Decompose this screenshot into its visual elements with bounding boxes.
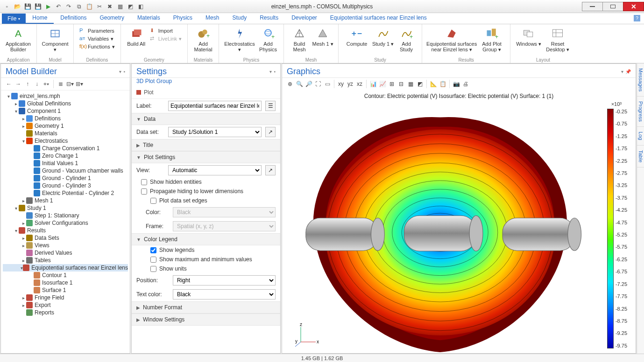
- view-select[interactable]: Automatic: [168, 165, 262, 175]
- functions-button[interactable]: f(x)Functions ▾: [79, 43, 115, 50]
- reset-desktop-button[interactable]: Reset Desktop ▾: [543, 26, 572, 56]
- select-icon[interactable]: ▦: [406, 80, 415, 88]
- tree-item[interactable]: Derived Values: [3, 249, 128, 257]
- add-study-button[interactable]: + Add Study: [395, 26, 418, 56]
- tree-item[interactable]: Initial Values 1: [3, 160, 128, 167]
- section-plot-settings[interactable]: ▼Plot Settings: [132, 151, 280, 163]
- side-tab-log[interactable]: Log: [637, 127, 644, 145]
- tree-item[interactable]: ▸Data Sets: [3, 234, 128, 242]
- camera-icon[interactable]: 📷: [452, 80, 460, 88]
- undo-icon[interactable]: ↶: [54, 2, 63, 11]
- zoom-extents-icon[interactable]: ⛶: [314, 80, 322, 88]
- layout2-icon[interactable]: ⊟: [397, 80, 405, 88]
- import-button[interactable]: ⬇Import: [150, 28, 182, 34]
- graphics-canvas[interactable]: Contour: Electric potential (V) Isosurfa…: [282, 90, 636, 353]
- tree-item[interactable]: Surface 1: [3, 286, 128, 294]
- mesh1-button[interactable]: Mesh 1 ▾: [311, 26, 334, 56]
- plot-group-equipot-button[interactable]: Equipotential surfaces near Einzel lens …: [426, 26, 477, 56]
- grid-icon[interactable]: ▦: [116, 2, 124, 11]
- run-icon[interactable]: ▶: [44, 2, 52, 11]
- cut-icon[interactable]: ✂: [95, 2, 104, 11]
- windows-button[interactable]: Windows ▾: [514, 26, 543, 56]
- section-title[interactable]: ▶Title: [132, 139, 280, 151]
- tree-item[interactable]: Reports: [3, 309, 128, 316]
- tree-item[interactable]: ▸Solver Configurations: [3, 219, 128, 227]
- measure-icon[interactable]: 📐: [429, 80, 438, 88]
- tree-item[interactable]: ▾Electrostatics: [3, 137, 128, 145]
- minimize-settings-icon[interactable]: ▾: [269, 69, 272, 74]
- ribbon-tab-equipotential-surfaces-near-einzel-lens[interactable]: Equipotential surfaces near Einzel lens: [324, 13, 433, 24]
- close-button[interactable]: ✕: [623, 2, 644, 11]
- tree-item[interactable]: ▸Export: [3, 301, 128, 309]
- new-icon[interactable]: ▫: [3, 2, 11, 11]
- tree-item[interactable]: Charge Conservation 1: [3, 145, 128, 152]
- tree-item[interactable]: Ground - Vacuum chamber walls: [3, 167, 128, 174]
- tree-item[interactable]: ▸Mesh 1: [3, 197, 128, 204]
- parameters-button[interactable]: PParameters: [79, 28, 115, 34]
- view-xy-icon[interactable]: xy: [337, 80, 345, 88]
- tree-item[interactable]: ▸Geometry 1: [3, 122, 128, 130]
- show-hidden-checkbox[interactable]: [141, 179, 147, 185]
- up-icon[interactable]: ↑: [23, 80, 32, 88]
- tool1-icon[interactable]: ◩: [126, 2, 134, 11]
- side-tab-messages[interactable]: Messages: [637, 63, 644, 97]
- ribbon-tab-physics[interactable]: Physics: [167, 13, 199, 24]
- legend-position-select[interactable]: Right: [173, 275, 276, 285]
- saveas-icon[interactable]: 💾: [34, 2, 42, 11]
- build-all-button[interactable]: Build All: [125, 26, 148, 56]
- plot-view1-icon[interactable]: 📊: [369, 80, 377, 88]
- show-legends-checkbox[interactable]: [150, 247, 156, 253]
- expand-icon[interactable]: ⊟▾: [66, 80, 74, 88]
- save-icon[interactable]: 💾: [23, 2, 32, 11]
- section-color-legend[interactable]: ▼Color Legend: [132, 233, 280, 245]
- show-icon[interactable]: ⊞▾: [75, 80, 84, 88]
- electrostatics-button[interactable]: Electrostatics ▾: [223, 26, 256, 56]
- section-number-format[interactable]: ▶Number Format: [132, 301, 280, 313]
- print-icon[interactable]: 🖨: [461, 80, 470, 88]
- delete-icon[interactable]: ✖: [106, 2, 114, 11]
- side-tab-progress[interactable]: Progress: [637, 97, 644, 127]
- tree-item[interactable]: Zero Charge 1: [3, 152, 128, 160]
- layout1-icon[interactable]: ⊞: [388, 80, 396, 88]
- ribbon-tab-results[interactable]: Results: [253, 13, 285, 24]
- side-tab-table[interactable]: Table: [637, 146, 644, 167]
- minimize-graphics-icon[interactable]: ▾: [621, 69, 623, 74]
- options-icon[interactable]: ▪: [123, 69, 125, 74]
- redo-icon[interactable]: ↷: [64, 2, 73, 11]
- minimize-panel-icon[interactable]: ▾: [119, 69, 121, 74]
- variables-button[interactable]: a=Variables ▾: [79, 35, 115, 42]
- file-menu[interactable]: File: [2, 14, 26, 24]
- ribbon-tab-materials[interactable]: Materials: [131, 13, 167, 24]
- pin-graphics-icon[interactable]: 📌: [625, 69, 631, 74]
- options-settings-icon[interactable]: ▪: [274, 69, 276, 74]
- zoom-out-icon[interactable]: 🔎: [304, 80, 313, 88]
- add-physics-button[interactable]: + Add Physics: [256, 26, 280, 56]
- ribbon-tab-geometry[interactable]: Geometry: [93, 13, 131, 24]
- copy-icon[interactable]: ⧉: [75, 2, 83, 11]
- section-data[interactable]: ▼Data: [132, 113, 280, 125]
- legend-textcolor-select[interactable]: Black: [173, 289, 276, 299]
- zoom-icon[interactable]: ⊕: [286, 80, 294, 88]
- forward-icon[interactable]: →: [14, 80, 22, 88]
- minimize-button[interactable]: [582, 2, 603, 11]
- ribbon-tab-developer[interactable]: Developer: [285, 13, 324, 24]
- component-button[interactable]: Component ▾: [41, 26, 70, 56]
- study1-button[interactable]: Study 1 ▾: [371, 26, 395, 56]
- open-icon[interactable]: 📂: [13, 2, 21, 11]
- plot-button[interactable]: Plot: [135, 88, 154, 97]
- show-units-checkbox[interactable]: [150, 266, 156, 272]
- add-plot-group-button[interactable]: + Add Plot Group ▾: [477, 26, 506, 56]
- ribbon-tab-home[interactable]: Home: [26, 13, 54, 24]
- tree-item[interactable]: Ground - Cylinder 1: [3, 174, 128, 182]
- dataset-goto-button[interactable]: ↗: [265, 127, 276, 137]
- build-mesh-button[interactable]: Build Mesh: [288, 26, 311, 56]
- tree-item[interactable]: ▾Equipotential surfaces near Einzel lens: [3, 264, 128, 272]
- tree-item[interactable]: ▸Global Definitions: [3, 100, 128, 107]
- tree-item[interactable]: ▾einzel_lens.mph: [3, 92, 128, 100]
- tree-item[interactable]: ▾Component 1: [3, 107, 128, 115]
- show-minmax-checkbox[interactable]: [150, 257, 156, 263]
- tree-item[interactable]: Ground - Cylinder 3: [3, 182, 128, 189]
- tool2-icon[interactable]: ◧: [136, 2, 145, 11]
- dataset-select[interactable]: Study 1/Solution 1: [168, 127, 262, 137]
- zoom-in-icon[interactable]: 🔍: [295, 80, 304, 88]
